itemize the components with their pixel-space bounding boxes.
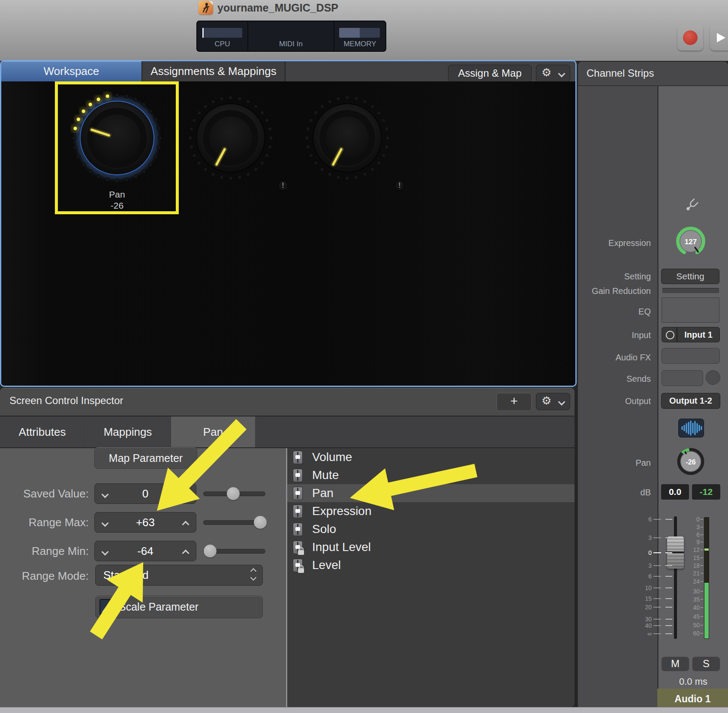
mute-button[interactable]: M	[661, 656, 689, 671]
scale-parameter-label: Scale Parameter	[119, 596, 199, 618]
scale-tick	[653, 607, 661, 608]
input-button[interactable]: Input 1	[662, 327, 720, 342]
expression-knob[interactable]: 127	[674, 224, 708, 260]
map-parameter-button[interactable]: Map Parameter	[94, 447, 197, 469]
range-min-slider[interactable]	[203, 549, 265, 554]
scale-label: 3	[639, 563, 652, 569]
range-max-stepper[interactable]: +63	[94, 512, 196, 533]
scale-label: 35	[687, 596, 700, 602]
pan-label: Pan	[578, 458, 651, 468]
range-mode-label: Range Mode:	[3, 569, 89, 583]
send-knob[interactable]	[706, 370, 720, 385]
fader-tick	[665, 619, 672, 620]
gear-icon: ⚙	[541, 66, 551, 79]
fader-tick	[665, 633, 672, 634]
knob-3[interactable]	[305, 96, 389, 180]
parameter-row-level[interactable]: Level	[287, 556, 575, 574]
scale-tick	[701, 557, 703, 558]
workspace-action-menu-button[interactable]: ⚙	[536, 65, 570, 82]
knob-2[interactable]	[188, 96, 273, 180]
tab-pan[interactable]: Pan	[171, 416, 255, 447]
parameter-row-pan[interactable]: Pan	[287, 484, 575, 502]
scale-label: 15	[687, 555, 700, 561]
scale-label: 9	[687, 539, 700, 545]
range-min-stepper[interactable]: -64	[94, 541, 196, 561]
cpu-meter-bar	[202, 28, 242, 38]
chevron-down-icon	[558, 398, 566, 406]
cpu-meter: CPU	[197, 21, 247, 51]
inspector-action-menu-button[interactable]: ⚙	[536, 393, 570, 410]
fader-lock-icon	[293, 541, 303, 554]
assign-and-map-button[interactable]: Assign & Map	[448, 65, 532, 82]
scale-tick	[701, 591, 703, 592]
tab-mappings[interactable]: Mappings	[85, 416, 170, 447]
scale-tick	[701, 519, 703, 520]
scale-parameter-button[interactable]: Scale Parameter	[95, 596, 263, 618]
solo-button[interactable]: S	[692, 656, 720, 671]
scale-tick	[653, 519, 661, 520]
scale-label: 40	[639, 623, 652, 629]
setting-button[interactable]: Setting	[661, 269, 719, 284]
scale-label: ∞	[639, 631, 652, 637]
waveform-icon[interactable]	[678, 419, 704, 437]
range-min-label: Range Min:	[3, 545, 89, 558]
workspace-canvas: Pan -26 ! !	[1, 81, 575, 386]
workspace-tab-bar: Workspace Assignments & Mappings Assign …	[1, 61, 575, 82]
audio-fx-slot[interactable]	[662, 348, 720, 364]
range-max-field[interactable]: +63	[95, 512, 196, 532]
fader-tick	[665, 537, 672, 538]
scale-tick	[653, 633, 661, 634]
eq-slot[interactable]	[662, 297, 719, 323]
scale-label: 40	[687, 605, 700, 611]
tab-assignments-mappings[interactable]: Assignments & Mappings	[141, 61, 286, 81]
warning-badge-icon: !	[395, 181, 404, 190]
slider-thumb[interactable]	[204, 545, 217, 557]
output-label: Output	[578, 396, 651, 406]
range-mode-dropdown[interactable]: Standard	[95, 565, 263, 586]
gear-icon: ⚙	[541, 394, 551, 407]
pan-knob[interactable]: -26	[675, 446, 706, 479]
scale-tick	[653, 576, 661, 577]
scale-label: 24	[687, 578, 700, 584]
range-max-slider[interactable]	[203, 520, 265, 525]
scale-tick	[701, 607, 703, 608]
volume-fader-track[interactable]	[674, 516, 677, 639]
play-button[interactable]	[710, 25, 728, 51]
range-min-field[interactable]: -64	[95, 541, 196, 561]
parameter-row-volume[interactable]: Volume	[287, 448, 575, 466]
tuning-fork-icon[interactable]	[684, 197, 700, 214]
window-bottom-edge	[0, 707, 728, 713]
channel-name-plate[interactable]: Audio 1	[657, 689, 728, 709]
saved-value-stepper[interactable]: 0	[94, 483, 196, 504]
range-mode-value: Standard	[103, 565, 149, 585]
scale-tick	[653, 537, 661, 538]
scale-tick	[701, 565, 703, 566]
parameter-row-expression[interactable]: Expression	[287, 502, 575, 520]
scale-tick	[701, 581, 703, 582]
output-button[interactable]: Output 1-2	[661, 393, 720, 409]
slider-thumb[interactable]	[227, 487, 240, 500]
midi-in-meter: MIDI In	[248, 21, 334, 51]
volume-db-value[interactable]: 0.0	[661, 484, 689, 500]
window-title: yourname_MUGIC_DSP	[217, 2, 338, 14]
scale-tick	[701, 542, 703, 542]
channel-strips-title: Channel Strips	[587, 67, 654, 79]
parameter-row-mute[interactable]: Mute	[287, 466, 575, 484]
scale-tick	[701, 599, 703, 600]
tab-attributes[interactable]: Attributes	[0, 416, 84, 447]
scale-label: 0	[639, 550, 652, 556]
record-button[interactable]	[677, 25, 703, 51]
gain-reduction-label: Gain Reduction	[578, 286, 651, 296]
sends-slot[interactable]	[662, 370, 703, 386]
tab-workspace[interactable]: Workspace	[1, 61, 141, 81]
scale-tick	[701, 625, 703, 626]
add-mapping-button[interactable]: +	[496, 393, 532, 411]
saved-value-field[interactable]: 0	[95, 484, 196, 503]
saved-value-slider[interactable]	[203, 491, 265, 496]
dropdown-chevrons-icon	[251, 569, 256, 580]
warning-badge-icon: !	[279, 181, 287, 190]
slider-thumb[interactable]	[254, 516, 267, 529]
parameter-row-input-level[interactable]: Input Level	[287, 538, 575, 556]
parameter-row-solo[interactable]: Solo	[287, 520, 575, 538]
peak-db-value[interactable]: -12	[692, 484, 720, 500]
